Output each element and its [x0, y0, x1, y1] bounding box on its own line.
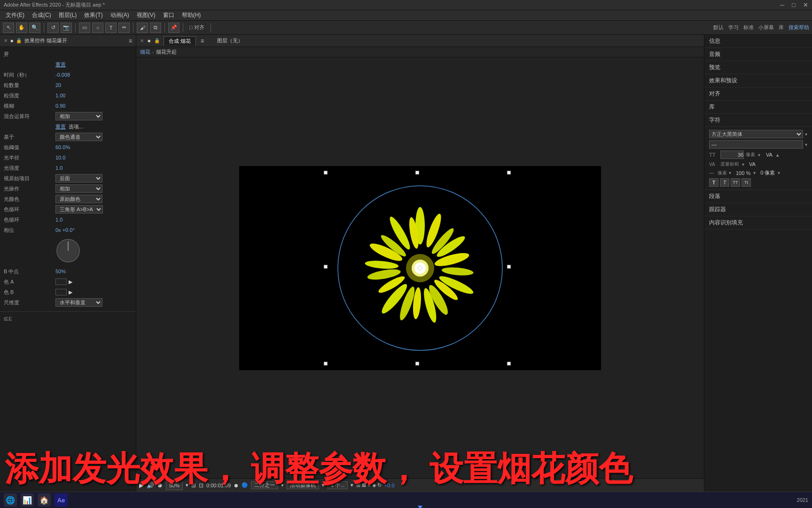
views-dropdown-icon[interactable]: ▾ [351, 482, 353, 488]
fmt-italic[interactable]: T [720, 178, 729, 187]
comp-tab-menu[interactable]: ≡ [201, 38, 204, 44]
comp-btn-preview[interactable]: ⏺ [157, 482, 163, 489]
tool-paint[interactable]: 🖌 [137, 23, 148, 33]
comp-btn-render[interactable]: ▶ [139, 482, 144, 489]
font-size-stepper[interactable]: ▾ [758, 152, 760, 158]
phase-dial[interactable] [56, 239, 80, 262]
tool-select[interactable]: ↖ [3, 23, 14, 33]
workspace-default[interactable]: 默认 [713, 24, 724, 31]
color-b-options[interactable]: ▶ [69, 289, 72, 295]
color-b-swatch[interactable] [55, 289, 67, 295]
intensity-value[interactable]: 1.00 [55, 93, 65, 98]
menu-item-comp[interactable]: 合成(C) [28, 11, 55, 19]
extra-btn-3[interactable]: ≡ [367, 482, 370, 488]
tool-mask-rect[interactable]: ▭ [79, 23, 90, 33]
tool-pen[interactable]: ✏ [118, 23, 130, 33]
based-on-dropdown[interactable]: 颜色通道 [55, 133, 102, 141]
tool-text[interactable]: T [105, 23, 117, 33]
time-value[interactable]: -0.008 [55, 72, 70, 78]
right-panel-tracker[interactable]: 跟踪器 [704, 203, 812, 216]
workspace-learn[interactable]: 学习 [728, 24, 739, 31]
right-panel-effects[interactable]: 效果和预设 [704, 74, 812, 87]
threshold-value[interactable]: 60.0% [55, 144, 70, 150]
sel-handle-br[interactable] [507, 362, 511, 365]
tool-rotate[interactable]: ↺ [47, 23, 59, 33]
taskbar-icon-ppt[interactable]: 📊 [21, 493, 34, 507]
sel-handle-tl[interactable] [324, 171, 328, 175]
view-original-dropdown[interactable]: 后面 [55, 174, 102, 183]
right-panel-lib[interactable]: 库 [704, 101, 812, 114]
menu-item-file[interactable]: 文件(E) [2, 11, 28, 19]
light-color-dropdown[interactable]: 原始颜色 [55, 195, 102, 203]
comp-btn-audio[interactable]: 🔊 [147, 482, 154, 489]
phase-value[interactable]: 0x +0.0° [55, 227, 75, 233]
workspace-small[interactable]: 小屏幕 [758, 24, 774, 31]
menu-item-effect[interactable]: 效果(T) [80, 11, 106, 19]
sel-handle-mr[interactable] [507, 265, 511, 269]
workspace-standard[interactable]: 标准 [743, 24, 754, 31]
taskbar-icon-home[interactable]: 🏠 [38, 493, 51, 507]
right-panel-para[interactable]: 段落 [704, 190, 812, 203]
views-dropdown[interactable]: 1 个... [328, 481, 348, 489]
tool-camera[interactable]: 📷 [61, 23, 72, 33]
workspace-lib[interactable]: 库 [779, 24, 784, 31]
taskbar-icon-browser[interactable]: 🌐 [4, 493, 17, 507]
effects-controls-tab[interactable]: 效果控件 烟花爆开 [24, 37, 67, 44]
search-help[interactable]: 搜索帮助 [789, 24, 809, 31]
taskbar-icon-ae[interactable]: Ae [55, 493, 68, 507]
menu-item-anim[interactable]: 动画(A) [107, 11, 133, 19]
kerning-stepper[interactable]: ▾ [778, 170, 780, 175]
center-control[interactable] [418, 266, 422, 270]
menu-item-window[interactable]: 窗口 [159, 11, 178, 19]
dimension-dropdown[interactable]: 水平和垂直 [55, 298, 102, 307]
close-btn[interactable]: ✕ [803, 1, 808, 8]
color-cycle-val[interactable]: 1.0 [55, 217, 62, 222]
minimize-btn[interactable]: ─ [780, 1, 784, 8]
fmt-allcaps[interactable]: TT [731, 178, 740, 187]
sel-handle-tr[interactable] [507, 171, 511, 175]
resolution-dropdown[interactable]: 二分之一 [251, 481, 278, 489]
extra-btn-1[interactable]: ⊞ [356, 482, 360, 488]
fmt-bold[interactable]: T [709, 178, 718, 187]
maximize-btn[interactable]: □ [792, 1, 796, 8]
color-a-swatch[interactable] [55, 278, 67, 285]
right-panel-audio[interactable]: 音频 [704, 48, 812, 61]
zoom-level[interactable]: 50% [166, 481, 183, 490]
breadcrumb-root[interactable]: 烟花 [140, 48, 150, 56]
sel-handle-ml[interactable] [324, 265, 328, 269]
comp-close-btn[interactable]: ✕ [140, 38, 144, 43]
right-panel-align[interactable]: 对齐 [704, 87, 812, 101]
tool-pin[interactable]: 📌 [168, 23, 180, 33]
sel-handle-tc[interactable] [415, 171, 419, 175]
mid-point-value[interactable]: 50% [55, 269, 66, 274]
playhead[interactable] [420, 506, 421, 508]
tool-hand[interactable]: ✋ [16, 23, 27, 33]
menu-item-layer[interactable]: 图层(L) [55, 11, 81, 19]
breadcrumb-child[interactable]: 烟花升起 [156, 48, 177, 56]
reset-options-link[interactable]: 重置 [55, 123, 66, 130]
font-family-select[interactable]: 方正大黑简体 [709, 130, 803, 138]
cam-dropdown-icon[interactable]: ▾ [322, 482, 325, 488]
sel-handle-bl[interactable] [324, 362, 328, 365]
right-panel-content-aware[interactable]: 内容识别填充 [704, 216, 812, 230]
light-op-dropdown[interactable]: 相加 [55, 184, 102, 193]
color-cycle-type-dropdown[interactable]: 三角形 A>B>A [55, 205, 103, 214]
tool-clone[interactable]: ⧉ [150, 23, 161, 33]
blur-value[interactable]: 0.90 [55, 103, 65, 109]
menu-item-help[interactable]: 帮助(H) [178, 11, 205, 19]
right-panel-info[interactable]: 信息 [704, 35, 812, 48]
snap-icon[interactable]: 🔵 [242, 482, 248, 488]
camera-dropdown[interactable]: 活动摄像机 [287, 481, 319, 489]
size-pct-stepper2[interactable]: ▾ [753, 170, 756, 175]
font-style-expand[interactable]: ▾ [805, 142, 807, 147]
comp-tab-main[interactable]: 合成 烟花 [164, 36, 196, 46]
extra-btn-4[interactable]: ◈ [372, 482, 376, 488]
font-size-input[interactable] [720, 151, 744, 159]
res-dropdown-icon[interactable]: ▾ [281, 482, 284, 488]
panel-menu-icon[interactable]: ≡ [129, 38, 132, 44]
color-a-options[interactable]: ▶ [69, 279, 72, 285]
right-panel-char[interactable]: 字符 [704, 114, 812, 127]
reset-link[interactable]: 重置 [55, 61, 66, 68]
menu-item-view[interactable]: 视图(V) [133, 11, 159, 19]
tool-mask-ellipse[interactable]: ○ [92, 23, 103, 33]
